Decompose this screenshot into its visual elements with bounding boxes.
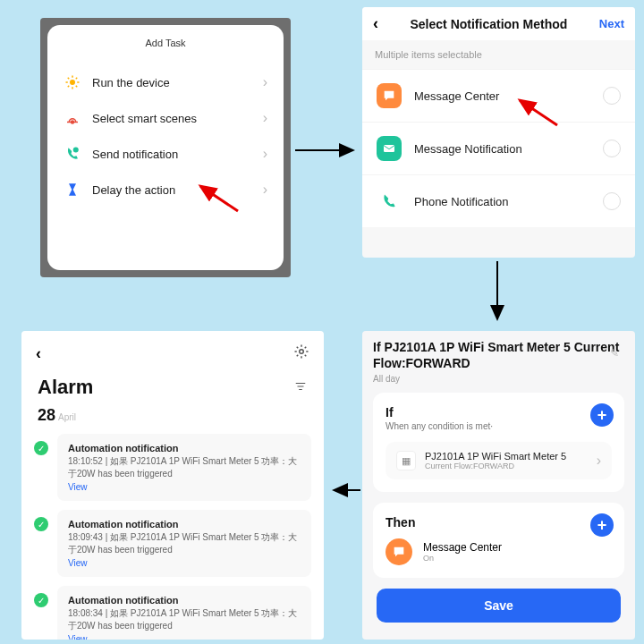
svg-point-0 (70, 80, 75, 85)
option-label: Message Center (414, 89, 590, 103)
panel-top-bar: ‹ (34, 340, 311, 367)
flow-arrow (492, 261, 503, 332)
notification-body: 18:09:43 | 如果 PJ2101A 1P WiFi Smart Mete… (68, 531, 301, 555)
chevron-right-icon: › (263, 110, 267, 126)
add-condition-button[interactable]: + (590, 403, 614, 427)
task-smart-scenes[interactable]: Select smart scenes › (47, 100, 284, 136)
edit-icon[interactable]: ✎ (610, 347, 619, 360)
option-label: Message Notification (414, 142, 590, 156)
phone-icon (377, 189, 402, 214)
if-card: If When any condition is met· + ▦ PJ2101… (373, 393, 624, 492)
check-icon: ✓ (34, 441, 48, 455)
radio-icon[interactable] (603, 140, 621, 157)
save-button[interactable]: Save (377, 589, 621, 623)
check-icon: ✓ (34, 517, 48, 531)
task-label: Select smart scenes (92, 112, 252, 125)
task-label: Run the device (92, 76, 252, 89)
condition-name: PJ2101A 1P WiFi Smart Meter 5 (425, 451, 588, 462)
radio-icon[interactable] (603, 192, 621, 210)
chevron-right-icon: › (263, 146, 267, 162)
svg-line-6 (76, 86, 78, 88)
notification-card[interactable]: Automation notification 18:09:43 | 如果 PJ… (57, 510, 311, 577)
if-subtitle: When any condition is met· (386, 421, 612, 431)
opt-message-center[interactable]: Message Center (362, 69, 635, 122)
device-icon: ▦ (396, 451, 416, 470)
add-task-panel: Add Task Run the device › Select smart s… (40, 18, 291, 277)
schedule-label: All day (373, 374, 624, 384)
view-link[interactable]: View (68, 558, 301, 568)
add-task-card: Add Task Run the device › Select smart s… (47, 25, 284, 270)
svg-line-11 (200, 186, 238, 211)
panel-title: Select Notification Method (386, 17, 592, 31)
panel-subtitle: Multiple items selectable (362, 40, 635, 69)
add-action-button[interactable]: + (590, 513, 614, 537)
if-title: If (386, 405, 612, 419)
task-send-notification[interactable]: Send notification › (47, 136, 284, 172)
flow-arrow (326, 483, 362, 499)
then-title: Then (386, 515, 612, 530)
next-button[interactable]: Next (599, 17, 624, 30)
condition-desc: Current Flow:FORWARD (425, 462, 588, 470)
notification-row: ✓ Automation notification 18:09:43 | 如果 … (34, 510, 311, 577)
sunrise-icon (64, 109, 81, 127)
task-run-device[interactable]: Run the device › (47, 64, 284, 100)
filter-icon[interactable] (293, 380, 308, 395)
then-card: Then + Message Center On (373, 503, 624, 578)
action-name: Message Center (423, 541, 502, 554)
chevron-right-icon: › (263, 182, 267, 198)
notification-row: ✓ Automation notification 18:08:34 | 如果 … (34, 586, 311, 640)
flow-arrow (295, 143, 362, 159)
mail-icon (377, 136, 402, 161)
view-link[interactable]: View (68, 634, 301, 640)
action-row[interactable]: Message Center On (386, 538, 612, 565)
notification-body: 18:08:34 | 如果 PJ2101A 1P WiFi Smart Mete… (68, 607, 301, 631)
svg-line-8 (76, 78, 78, 80)
action-sub: On (423, 554, 502, 563)
svg-line-14 (520, 100, 557, 125)
automation-rule-panel: If PJ2101A 1P WiFi Smart Meter 5 Current… (362, 331, 635, 640)
notification-card[interactable]: Automation notification 18:10:52 | 如果 PJ… (57, 434, 311, 501)
notification-title: Automation notification (68, 595, 301, 606)
svg-point-10 (73, 148, 79, 153)
sun-icon (64, 73, 81, 91)
select-notification-panel: ‹ Select Notification Method Next Multip… (362, 7, 635, 258)
date-label: 28April (38, 406, 308, 425)
notification-body: 18:10:52 | 如果 PJ2101A 1P WiFi Smart Mete… (68, 455, 301, 479)
back-icon[interactable]: ‹ (36, 344, 293, 363)
task-label: Send notification (92, 148, 252, 161)
view-link[interactable]: View (68, 482, 301, 492)
back-icon[interactable]: ‹ (373, 14, 378, 33)
svg-point-9 (71, 120, 75, 124)
red-pointer-arrow (514, 97, 559, 131)
svg-line-7 (68, 86, 70, 88)
opt-phone-notification[interactable]: Phone Notification (362, 174, 635, 227)
notification-title: Automation notification (68, 519, 301, 530)
svg-rect-13 (384, 145, 394, 152)
speech-icon (386, 538, 412, 565)
speech-icon (377, 83, 402, 108)
add-task-title: Add Task (47, 38, 284, 48)
option-label: Phone Notification (414, 195, 590, 208)
chevron-right-icon: › (597, 453, 601, 469)
gear-icon[interactable] (293, 343, 309, 363)
red-pointer-arrow (195, 182, 240, 216)
condition-row[interactable]: ▦ PJ2101A 1P WiFi Smart Meter 5 Current … (386, 442, 612, 479)
radio-icon[interactable] (603, 87, 621, 105)
phone-bubble-icon (64, 145, 81, 163)
panel-header: ‹ Select Notification Method Next (362, 7, 635, 40)
opt-message-notification[interactable]: Message Notification (362, 122, 635, 174)
hourglass-icon (64, 181, 81, 199)
notification-card[interactable]: Automation notification 18:08:34 | 如果 PJ… (57, 586, 311, 640)
alarm-title: Alarm (38, 376, 308, 399)
notification-list: ✓ Automation notification 18:10:52 | 如果 … (34, 434, 311, 640)
svg-line-5 (68, 78, 70, 80)
notification-row: ✓ Automation notification 18:10:52 | 如果 … (34, 434, 311, 501)
svg-point-17 (300, 350, 304, 354)
alarm-panel: ‹ Alarm 28April ✓ Automation notificatio… (21, 331, 324, 640)
check-icon: ✓ (34, 593, 48, 607)
rule-title: If PJ2101A 1P WiFi Smart Meter 5 Current… (373, 340, 624, 371)
notification-title: Automation notification (68, 443, 301, 453)
chevron-right-icon: › (263, 74, 267, 90)
task-delay-action[interactable]: Delay the action › (47, 172, 284, 208)
